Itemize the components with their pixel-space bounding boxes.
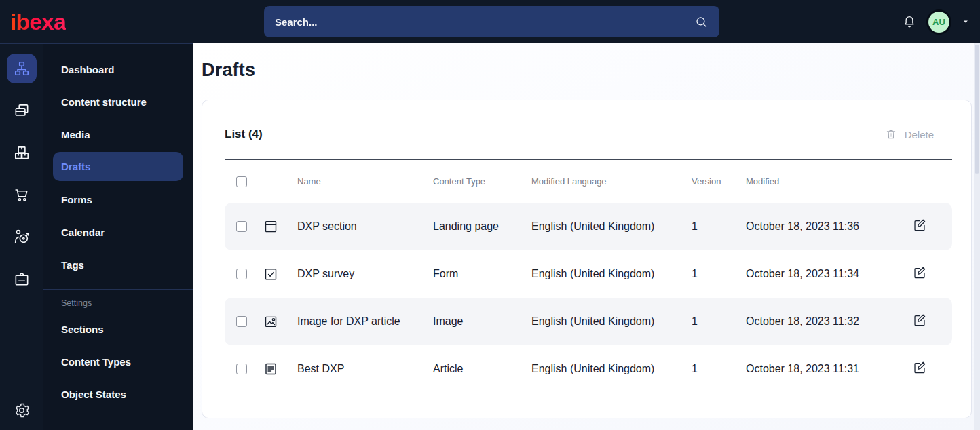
chevron-down-icon [961, 17, 970, 26]
sitemap-icon [13, 60, 31, 77]
select-all-checkbox[interactable] [236, 176, 247, 187]
rail-item-pages[interactable] [7, 96, 37, 125]
sidebar-item-label: Content structure [61, 96, 147, 108]
cell-modified: October 18, 2023 11:36 [746, 220, 912, 233]
cell-content-type: Landing page [433, 220, 531, 233]
icon-rail [0, 43, 43, 430]
settings-gear-button[interactable] [13, 402, 31, 419]
table-header: Name Content Type Modified Language Vers… [225, 159, 952, 203]
page-scrollbar[interactable] [974, 43, 980, 430]
cell-content-type: Image [433, 315, 531, 328]
rail-item-content[interactable] [7, 54, 37, 83]
sidebar-item-forms[interactable]: Forms [43, 183, 193, 216]
sidebar-item-label: Object States [61, 389, 126, 400]
rail-item-personalization[interactable] [7, 222, 37, 252]
cell-version: 1 [692, 315, 746, 328]
column-header-content-type: Content Type [433, 176, 531, 187]
sidebar-item-content-structure[interactable]: Content structure [43, 85, 193, 118]
pages-icon [13, 102, 31, 119]
sidebar-item-label: Media [61, 129, 90, 140]
row-checkbox[interactable] [236, 364, 247, 374]
cell-content-type: Article [433, 363, 531, 375]
cell-modified-language: English (United Kingdom) [531, 315, 692, 328]
page-title: Drafts [202, 60, 974, 81]
sidebar-menu: DashboardContent structureMediaDraftsFor… [43, 43, 193, 430]
cell-content-type: Form [433, 268, 531, 280]
rail-bottom [0, 393, 43, 430]
sidebar-item-sections[interactable]: Sections [43, 313, 193, 345]
cell-modified-language: English (United Kingdom) [531, 363, 692, 375]
top-bar: ibexa AU [0, 0, 980, 43]
column-header-name: Name [297, 176, 433, 187]
search-icon[interactable] [694, 15, 709, 29]
column-header-modified: Modified [746, 176, 912, 187]
image-icon [263, 313, 279, 330]
sidebar-item-label: Dashboard [61, 64, 114, 75]
cell-modified-language: English (United Kingdom) [531, 220, 692, 233]
edit-icon [912, 313, 927, 328]
cell-name: Image for DXP article [297, 315, 433, 328]
cell-modified-language: English (United Kingdom) [531, 268, 692, 280]
ibexa-logo[interactable]: ibexa [10, 10, 66, 33]
cell-version: 1 [692, 268, 746, 280]
edit-icon [912, 218, 927, 233]
table-row[interactable]: Image for DXP article Image English (Uni… [225, 298, 952, 345]
row-checkbox[interactable] [236, 269, 247, 279]
sidebar-item-media[interactable]: Media [43, 118, 193, 151]
target-icon [13, 228, 31, 246]
sidebar-item-object-states[interactable]: Object States [43, 378, 193, 410]
cell-name: DXP survey [297, 268, 433, 280]
menu-items: DashboardContent structureMediaDraftsFor… [43, 53, 193, 281]
landing-page-icon [263, 218, 279, 235]
table-row[interactable]: DXP survey Form English (United Kingdom)… [225, 250, 952, 298]
sidebar-item-drafts[interactable]: Drafts [53, 152, 183, 181]
column-header-modified-language: Modified Language [531, 176, 692, 187]
form-icon [263, 266, 279, 282]
user-avatar[interactable]: AU [928, 12, 949, 33]
rail-item-commerce[interactable] [7, 180, 37, 210]
row-checkbox[interactable] [236, 221, 247, 232]
cell-modified: October 18, 2023 11:32 [746, 315, 912, 328]
edit-button[interactable] [912, 217, 928, 233]
gear-icon [13, 402, 31, 419]
sidebar-item-content-types[interactable]: Content Types [43, 345, 193, 378]
badge-icon [13, 270, 31, 288]
settings-items: SectionsContent TypesObject States [43, 313, 193, 410]
cell-version: 1 [692, 220, 746, 233]
rail-item-admin[interactable] [7, 264, 37, 294]
settings-divider [43, 289, 193, 290]
edit-button[interactable] [912, 265, 928, 281]
cart-icon [13, 186, 31, 203]
notifications-button[interactable] [902, 14, 917, 29]
sidebar-item-label: Drafts [61, 161, 90, 172]
drafts-list-card: List (4) Delete Name Content Type Modifi… [202, 100, 972, 418]
trash-icon [885, 128, 897, 140]
sidebar-item-label: Sections [61, 324, 104, 335]
edit-button[interactable] [912, 359, 928, 376]
user-menu-button[interactable] [961, 17, 970, 26]
delete-button[interactable]: Delete [885, 128, 934, 140]
search-input[interactable] [275, 16, 694, 28]
table-row[interactable]: DXP section Landing page English (United… [225, 203, 952, 250]
main-content: Drafts List (4) Delete Name Content Type… [193, 43, 974, 430]
table-row[interactable]: Best DXP Article English (United Kingdom… [225, 345, 952, 393]
table-body: DXP section Landing page English (United… [225, 203, 952, 393]
edit-icon [912, 360, 927, 375]
global-search [264, 6, 719, 37]
row-checkbox[interactable] [236, 316, 247, 327]
sidebar-item-label: Tags [61, 259, 84, 271]
sidebar-item-label: Forms [61, 194, 92, 206]
bell-icon [902, 14, 917, 29]
column-header-version: Version [692, 176, 746, 187]
sidebar-item-dashboard[interactable]: Dashboard [43, 53, 193, 85]
rail-item-product-catalog[interactable] [7, 138, 37, 168]
edit-icon [912, 265, 927, 280]
sidebar-item-tags[interactable]: Tags [43, 248, 193, 281]
edit-button[interactable] [912, 312, 928, 328]
cell-version: 1 [692, 363, 746, 375]
boxes-icon [13, 144, 31, 161]
sidebar-item-calendar[interactable]: Calendar [43, 216, 193, 248]
list-title: List (4) [225, 128, 263, 141]
cell-modified: October 18, 2023 11:31 [746, 363, 912, 375]
scrollbar-thumb[interactable] [975, 45, 979, 174]
